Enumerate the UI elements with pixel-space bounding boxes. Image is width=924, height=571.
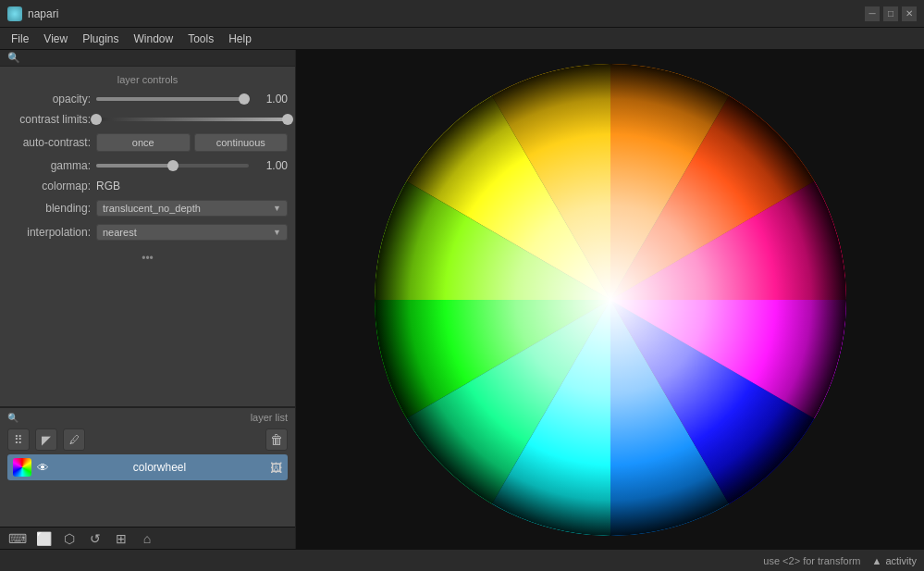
gamma-label: gamma: xyxy=(7,159,91,172)
layer-list-title: layer list xyxy=(22,412,288,423)
layer-list-header: 🔍 layer list xyxy=(0,408,295,427)
2d-tool[interactable]: ⬜ xyxy=(33,528,54,549)
expand-icon: ••• xyxy=(142,252,154,265)
expand-handle[interactable]: ••• xyxy=(7,248,288,268)
layer-visibility-icon[interactable]: 👁 xyxy=(37,461,49,475)
contrast-row: contrast limits: xyxy=(7,113,288,126)
home-tool[interactable]: ⌂ xyxy=(137,528,157,549)
once-button[interactable]: once xyxy=(96,133,191,152)
auto-contrast-buttons: once continuous xyxy=(96,133,288,152)
menu-window[interactable]: Window xyxy=(127,31,181,47)
menu-bar: File View Plugins Window Tools Help xyxy=(0,28,924,50)
activity-button[interactable]: ▲ activity xyxy=(871,555,917,566)
delete-layer-button[interactable]: 🗑 xyxy=(265,428,288,451)
opacity-slider[interactable] xyxy=(96,97,249,101)
menu-plugins[interactable]: Plugins xyxy=(75,31,126,47)
colormap-row: colormap: RGB xyxy=(7,180,288,192)
canvas-area[interactable] xyxy=(296,50,924,549)
transform-hint: use <2> for transform xyxy=(763,555,860,566)
roll-tool[interactable]: ↺ xyxy=(85,528,105,549)
layer-controls: layer controls opacity: 1.00 contrast li… xyxy=(0,67,295,406)
layer-controls-title: layer controls xyxy=(7,74,288,85)
gamma-slider[interactable] xyxy=(96,164,249,168)
continuous-button[interactable]: continuous xyxy=(194,133,289,152)
auto-contrast-row: auto-contrast: once continuous xyxy=(7,133,288,152)
maximize-button[interactable]: □ xyxy=(883,6,898,21)
title-bar: napari ─ □ ✕ xyxy=(0,0,924,28)
search-bar: 🔍 xyxy=(0,50,295,67)
gamma-value: 1.00 xyxy=(254,159,288,172)
colormap-value: RGB xyxy=(96,180,120,192)
interpolation-label: interpolation: xyxy=(7,226,91,239)
3d-tool[interactable]: ⬡ xyxy=(59,528,80,549)
menu-help[interactable]: Help xyxy=(221,31,259,47)
layer-items: 👁 colorwheel 🖼 xyxy=(0,453,295,527)
app-icon xyxy=(7,6,22,21)
layer-name: colorwheel xyxy=(55,461,265,474)
interpolation-dropdown-arrow: ▼ xyxy=(273,228,281,237)
layer-item[interactable]: 👁 colorwheel 🖼 xyxy=(7,454,288,480)
left-panel: 🔍 layer controls opacity: 1.00 contrast … xyxy=(0,50,296,549)
layer-toolbar: ⠿ ◤ 🖊 🗑 xyxy=(0,427,295,453)
add-points-button[interactable]: ⠿ xyxy=(7,428,30,451)
main-layout: 🔍 layer controls opacity: 1.00 contrast … xyxy=(0,50,924,549)
blending-row: blending: translucent_no_depth ▼ xyxy=(7,200,288,217)
menu-view[interactable]: View xyxy=(36,31,75,47)
layer-type-icon: 🖼 xyxy=(270,461,282,475)
contrast-label: contrast limits: xyxy=(7,113,91,126)
bottom-toolbar: ⌨ ⬜ ⬡ ↺ ⊞ ⌂ xyxy=(0,527,295,549)
add-shapes-button[interactable]: ◤ xyxy=(35,428,57,451)
search-input[interactable] xyxy=(24,53,80,64)
opacity-value: 1.00 xyxy=(254,93,288,106)
console-tool[interactable]: ⌨ xyxy=(7,528,28,549)
minimize-button[interactable]: ─ xyxy=(865,6,880,21)
gamma-row: gamma: 1.00 xyxy=(7,159,288,172)
colormap-label: colormap: xyxy=(7,180,91,192)
menu-file[interactable]: File xyxy=(4,31,36,47)
opacity-label: opacity: xyxy=(7,93,91,106)
layer-list: 🔍 layer list ⠿ ◤ 🖊 🗑 👁 colorwheel 🖼 xyxy=(0,406,295,527)
interpolation-dropdown[interactable]: nearest ▼ xyxy=(96,224,288,241)
blending-dropdown-arrow: ▼ xyxy=(273,204,281,213)
window-controls: ─ □ ✕ xyxy=(865,6,917,21)
colorwheel-display xyxy=(370,59,851,540)
menu-tools[interactable]: Tools xyxy=(180,31,221,47)
grid-tool[interactable]: ⊞ xyxy=(111,528,131,549)
close-button[interactable]: ✕ xyxy=(902,6,917,21)
app-title: napari xyxy=(28,7,859,20)
auto-contrast-label: auto-contrast: xyxy=(7,136,91,149)
blending-dropdown[interactable]: translucent_no_depth ▼ xyxy=(96,200,288,217)
status-bar: use <2> for transform ▲ activity xyxy=(0,549,924,571)
blending-label: blending: xyxy=(7,202,91,215)
search-layers-icon: 🔍 xyxy=(7,413,18,423)
interpolation-value: nearest xyxy=(103,227,137,238)
add-labels-button[interactable]: 🖊 xyxy=(63,428,85,451)
contrast-slider[interactable] xyxy=(96,118,288,121)
interpolation-row: interpolation: nearest ▼ xyxy=(7,224,288,241)
activity-arrow-icon: ▲ xyxy=(871,555,881,566)
activity-label: activity xyxy=(885,555,917,566)
opacity-row: opacity: 1.00 xyxy=(7,93,288,106)
layer-color-icon xyxy=(13,458,31,477)
svg-point-4 xyxy=(375,64,846,536)
search-icon: 🔍 xyxy=(7,52,20,64)
blending-value: translucent_no_depth xyxy=(103,203,201,214)
